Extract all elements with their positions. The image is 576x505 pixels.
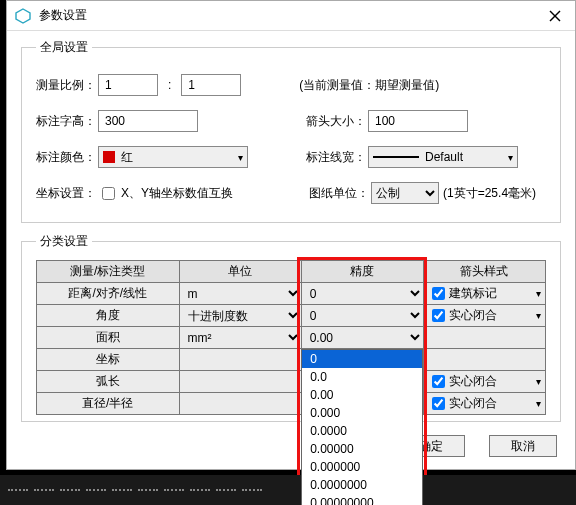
classify-table-wrap: 测量/标注类型 单位 精度 箭头样式 距离/对齐/线性m0建筑标记▾角度十进制度… bbox=[36, 260, 546, 415]
coord-swap-checkbox[interactable]: X、Y轴坐标数值互换 bbox=[98, 184, 233, 203]
table-row: 弧长实心闭合▾ bbox=[37, 371, 546, 393]
cancel-button[interactable]: 取消 bbox=[489, 435, 557, 457]
precision-option[interactable]: 0.000000 bbox=[302, 458, 422, 476]
dialog-window: 参数设置 全局设置 测量比例： : (当前测量值：期望测量值) 标注字高： 箭头… bbox=[6, 0, 576, 470]
unit-cell[interactable] bbox=[179, 393, 301, 415]
color-select[interactable]: 红 ▾ bbox=[98, 146, 248, 168]
arrowstyle-checkbox[interactable] bbox=[432, 397, 445, 410]
precision-option[interactable]: 0 bbox=[302, 350, 422, 368]
chevron-down-icon: ▾ bbox=[536, 288, 545, 299]
arrowstyle-checkbox[interactable] bbox=[432, 309, 445, 322]
precision-select[interactable]: 0 bbox=[302, 283, 423, 304]
col-type: 测量/标注类型 bbox=[37, 261, 180, 283]
ratio-row: 测量比例： : (当前测量值：期望测量值) bbox=[36, 74, 546, 96]
type-cell: 坐标 bbox=[37, 349, 180, 371]
unit-cell[interactable]: mm² bbox=[179, 327, 301, 349]
precision-option[interactable]: 0.0000 bbox=[302, 422, 422, 440]
precision-option[interactable]: 0.00000000 bbox=[302, 494, 422, 506]
type-cell: 直径/半径 bbox=[37, 393, 180, 415]
close-button[interactable] bbox=[535, 1, 575, 31]
color-name: 红 bbox=[121, 149, 133, 166]
arrowstyle-cell[interactable]: 实心闭合▾ bbox=[423, 393, 545, 415]
precision-cell[interactable]: 0.00 bbox=[301, 327, 423, 349]
precision-option[interactable]: 0.0 bbox=[302, 368, 422, 386]
classify-table: 测量/标注类型 单位 精度 箭头样式 距离/对齐/线性m0建筑标记▾角度十进制度… bbox=[36, 260, 546, 415]
precision-cell[interactable]: 0 bbox=[301, 305, 423, 327]
svg-marker-0 bbox=[16, 9, 30, 23]
arrowstyle-label: 建筑标记 bbox=[449, 285, 497, 302]
precision-option[interactable]: 0.00 bbox=[302, 386, 422, 404]
unit-cell[interactable] bbox=[179, 371, 301, 393]
type-cell: 弧长 bbox=[37, 371, 180, 393]
table-row: 角度十进制度数0实心闭合▾ bbox=[37, 305, 546, 327]
arrowstyle-checkbox[interactable] bbox=[432, 287, 445, 300]
textheight-input[interactable] bbox=[98, 110, 198, 132]
unit-label: 图纸单位： bbox=[309, 185, 371, 202]
color-label: 标注颜色： bbox=[36, 149, 98, 166]
type-cell: 距离/对齐/线性 bbox=[37, 283, 180, 305]
type-cell: 角度 bbox=[37, 305, 180, 327]
drawing-unit-select[interactable]: 公制 bbox=[371, 182, 439, 204]
ratio-hint: (当前测量值：期望测量值) bbox=[299, 77, 439, 94]
arrowstyle-label: 实心闭合 bbox=[449, 307, 497, 324]
chevron-down-icon: ▾ bbox=[536, 398, 545, 409]
arrowstyle-cell[interactable] bbox=[423, 349, 545, 371]
precision-option[interactable]: 0.00000 bbox=[302, 440, 422, 458]
unit-cell[interactable]: m bbox=[179, 283, 301, 305]
table-row: 面积mm²0.00 bbox=[37, 327, 546, 349]
line-preview-icon bbox=[373, 156, 419, 158]
precision-option[interactable]: 0.000 bbox=[302, 404, 422, 422]
unit-cell[interactable]: 十进制度数 bbox=[179, 305, 301, 327]
chevron-down-icon: ▾ bbox=[536, 310, 545, 321]
chevron-down-icon: ▾ bbox=[238, 152, 243, 163]
table-row: 距离/对齐/线性m0建筑标记▾ bbox=[37, 283, 546, 305]
color-row: 标注颜色： 红 ▾ 标注线宽： Default ▾ bbox=[36, 146, 546, 168]
coord-swap-cb-label: X、Y轴坐标数值互换 bbox=[121, 185, 233, 202]
unit-cell[interactable] bbox=[179, 349, 301, 371]
arrowstyle-cell[interactable] bbox=[423, 327, 545, 349]
window-title: 参数设置 bbox=[39, 7, 535, 24]
col-arrow: 箭头样式 bbox=[423, 261, 545, 283]
lineweight-select[interactable]: Default ▾ bbox=[368, 146, 518, 168]
arrowsize-input[interactable] bbox=[368, 110, 468, 132]
unit-select[interactable]: 十进制度数 bbox=[180, 305, 301, 326]
statusbar-stripe bbox=[0, 475, 576, 505]
col-unit: 单位 bbox=[179, 261, 301, 283]
precision-dropdown-open[interactable]: 00.00.000.0000.00000.000000.0000000.0000… bbox=[301, 349, 423, 506]
app-logo-icon bbox=[15, 8, 31, 24]
arrowstyle-label: 实心闭合 bbox=[449, 373, 497, 390]
coord-label: 坐标设置： bbox=[36, 185, 98, 202]
type-cell: 面积 bbox=[37, 327, 180, 349]
arrowstyle-checkbox[interactable] bbox=[432, 375, 445, 388]
table-row: 直径/半径实心闭合▾ bbox=[37, 393, 546, 415]
unit-hint: (1英寸=25.4毫米) bbox=[443, 185, 536, 202]
unit-select[interactable]: m bbox=[180, 283, 301, 304]
ratio-label: 测量比例： bbox=[36, 77, 98, 94]
ratio-b-input[interactable] bbox=[181, 74, 241, 96]
classify-settings-group: 分类设置 测量/标注类型 单位 精度 箭头样式 距离/对齐/线性m0 bbox=[21, 233, 561, 422]
color-swatch-icon bbox=[103, 151, 115, 163]
arrowstyle-label: 实心闭合 bbox=[449, 395, 497, 412]
lineweight-name: Default bbox=[425, 150, 463, 164]
global-settings-group: 全局设置 测量比例： : (当前测量值：期望测量值) 标注字高： 箭头大小： 标… bbox=[21, 39, 561, 223]
titlebar: 参数设置 bbox=[7, 1, 575, 31]
textheight-row: 标注字高： 箭头大小： bbox=[36, 110, 546, 132]
textheight-label: 标注字高： bbox=[36, 113, 98, 130]
global-legend: 全局设置 bbox=[36, 39, 92, 56]
arrowstyle-cell[interactable]: 实心闭合▾ bbox=[423, 371, 545, 393]
chevron-down-icon: ▾ bbox=[536, 376, 545, 387]
coord-row: 坐标设置： X、Y轴坐标数值互换 图纸单位： 公制 (1英寸=25.4毫米) bbox=[36, 182, 546, 204]
precision-select[interactable]: 0 bbox=[302, 305, 423, 326]
arrowstyle-cell[interactable]: 实心闭合▾ bbox=[423, 305, 545, 327]
precision-select[interactable]: 0.00 bbox=[302, 327, 423, 348]
precision-cell[interactable]: 0 bbox=[301, 283, 423, 305]
close-icon bbox=[549, 10, 561, 22]
arrowstyle-cell[interactable]: 建筑标记▾ bbox=[423, 283, 545, 305]
unit-select[interactable]: mm² bbox=[180, 327, 301, 348]
dialog-content: 全局设置 测量比例： : (当前测量值：期望测量值) 标注字高： 箭头大小： 标… bbox=[7, 31, 575, 442]
col-precision: 精度 bbox=[301, 261, 423, 283]
ratio-a-input[interactable] bbox=[98, 74, 158, 96]
table-header-row: 测量/标注类型 单位 精度 箭头样式 bbox=[37, 261, 546, 283]
coord-swap-input[interactable] bbox=[102, 187, 115, 200]
precision-option[interactable]: 0.0000000 bbox=[302, 476, 422, 494]
